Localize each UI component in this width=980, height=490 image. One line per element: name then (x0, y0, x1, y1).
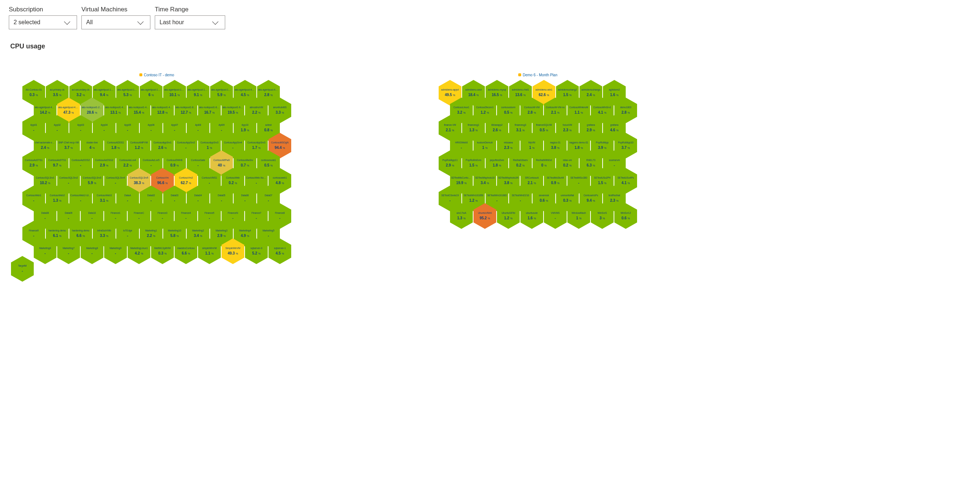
hex-cell-value: - (80, 163, 81, 168)
hex-cell-value: 12.7 % (181, 110, 191, 115)
subscription-value: 2 selected (14, 19, 40, 25)
hex-cell-name: contosonode1 (261, 159, 276, 162)
hex-cell-name: aks-nodepool1-4261 (105, 106, 126, 109)
hex-cell-value: 1.5 % (563, 93, 571, 97)
hex-cell-value: 0.7 % (240, 163, 249, 168)
hex-cell-value: 1.3 % (53, 199, 61, 203)
hex-cell-value: 0.2 % (516, 163, 525, 168)
hex-cell-value: 2.4 % (41, 146, 49, 150)
hex-cell-name: finance-VM (444, 124, 456, 127)
hex-cell-name: Marketing8 (86, 247, 98, 250)
hex-cell-name: Data05 (218, 194, 226, 197)
hex-cell-name: ContosoAzLxx4 (119, 159, 136, 162)
hex-cell-name: aghistvm2 (609, 88, 620, 91)
hex-cell-value: - (197, 199, 199, 203)
hex-cell-name: sevennsk (539, 194, 549, 197)
hex-cell-value: - (33, 199, 34, 203)
time-range-value: Last hour (159, 19, 184, 25)
hex-cell-name: ContosoAppSrv4 (224, 141, 242, 144)
subscription-label: Subscription (9, 6, 77, 13)
vms-select[interactable]: All (81, 15, 150, 29)
hex-cell-name: SNP-Chef-recp-VM (58, 141, 79, 144)
hex-cell-value: 2.1 % (527, 181, 536, 186)
hex-cell-value: 5.2 % (252, 251, 260, 256)
hex-cell-name: FinanceC (134, 212, 144, 215)
hex-row: ContosoSQLSrv110.2 %ContosoSQLSrv2-Conto… (33, 172, 291, 189)
hex-cell-name: UbuntuS8Tei (501, 212, 515, 215)
hex-cell-value: 2.8 % (527, 110, 536, 115)
hex-cell-name: SETestWin161859 (464, 194, 483, 197)
hex-cell-name: SETestUSo2P4 (594, 177, 611, 179)
hex-cell-value: 4.1 % (598, 110, 606, 115)
hex-cell-name: ContosoSQLSrv1 (36, 177, 55, 179)
hex-cell-name: sqlserver-0 (250, 247, 262, 250)
subscription-select[interactable]: 2 selected (9, 15, 77, 29)
hex-cell-name: financesg1 (468, 124, 479, 127)
hex-cell-value: - (127, 128, 128, 133)
hex-cell-value: - (449, 199, 450, 203)
hex-cell-name: SETestWin161883 (487, 194, 506, 197)
hex-cell-value: 3.1 % (516, 128, 525, 133)
hex-cell-value: - (578, 181, 579, 186)
hex-cell-value: 1.6 % (610, 93, 618, 97)
hex-cell-name: Marketing7 (63, 247, 75, 250)
hex-cell-name: unmonitoftat (561, 194, 574, 197)
hex-cell-value: 4.5 % (240, 93, 249, 97)
hex-row: TargetM- (11, 260, 291, 278)
hex-cell-value: - (461, 146, 462, 150)
hex-cell-name: aks-agentpool-14630 (164, 88, 185, 91)
hex-cell-name: ContosoAppSrv3 (200, 141, 218, 144)
hex-cell-name: Marketing4 (239, 229, 251, 232)
hex-cell-value: 1.7 % (252, 146, 260, 150)
hex-cell-name: hardening-demo (48, 229, 66, 232)
hex-cell-name: ContosoDWH6 (167, 159, 182, 162)
chevron-down-icon (212, 19, 219, 25)
hex-cell-value: 49.3 % (228, 251, 239, 256)
hex-cell-value: 4.9 % (240, 234, 249, 239)
hex-cell-value: - (520, 199, 521, 203)
hex-cell-name: SimpleWinVM (226, 247, 240, 250)
hex-cell-name: chef-automate-voss (35, 141, 56, 144)
hex-cell-value: - (162, 216, 163, 221)
hex-cell-name: SETestWinD216 (512, 194, 529, 197)
hex-cell-name: Marketing9 (110, 247, 121, 250)
hex-cell-name: ContosoAMFVM (130, 141, 148, 144)
hex-cell-value: 3.8 % (551, 146, 559, 150)
hex-cell-name: admidemo-appvl (441, 88, 459, 91)
hex-cell-value: - (185, 216, 186, 221)
hex-cell-value: - (232, 146, 233, 150)
hex-cell-name: PopRollInt2vm (466, 159, 481, 162)
hex-cell-value: - (256, 181, 257, 186)
hex-cell-name: Finance5 (205, 212, 215, 215)
hex-cell-name: ContosoSQLSrv3 (83, 177, 102, 179)
hex-cell-name: SRContosoA (525, 177, 539, 179)
hex-cell-name: SETestMSo1B0 (570, 177, 587, 179)
hex-cell-name: ubuntusole (526, 212, 538, 215)
hex-cell-name: aks-agentpool-14132 (118, 88, 138, 91)
hex-cell-name: ContosoWeb1 (26, 194, 41, 197)
hex-cell-name: Finance8 (275, 212, 285, 215)
hex-cell-name: grafana (587, 124, 595, 127)
hex-cell-value: 3.1 % (100, 199, 108, 203)
section-title-cpu-usage: CPU usage (10, 43, 971, 50)
hex-cell-value: - (268, 199, 269, 203)
time-range-select[interactable]: Last hour (155, 15, 225, 29)
hex-cell-name: hardening-demo (72, 229, 89, 232)
hex-cell-value: - (221, 199, 222, 203)
hex-cell-value: 16.5 % (492, 93, 503, 97)
hex-cell-value: 15.4 % (134, 110, 145, 115)
hex-cell[interactable]: TargetM- (11, 256, 34, 282)
hex-cell-value: 2.3 % (504, 146, 512, 150)
hex-cell-name: App03 (77, 124, 84, 127)
hex-cell-name: Marketing6 (39, 247, 51, 250)
hex-cell-value: 10.1 % (169, 93, 180, 97)
hex-cell-value: 5.9 % (88, 181, 96, 186)
hex-cell-name: ContosoAzDTS1 (48, 159, 66, 162)
hex-row: finance-VM2.1 %financesg11.3 %libbarapp2… (438, 119, 638, 137)
hex-cell-value: 40 % (218, 163, 225, 168)
hex-cell-value: 3.2 % (457, 110, 465, 115)
hex-row: ContosoWeb1-ContosoWeb21.3 %ContosoWeb2-… (22, 189, 291, 207)
hex-cell-value: - (614, 163, 615, 168)
hex-cell-name: App02 (54, 124, 61, 127)
hex-cell-value: 0.5 % (539, 128, 548, 133)
